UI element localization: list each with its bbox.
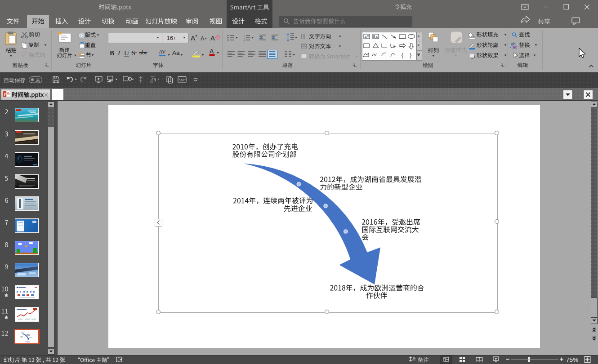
svg-text:B: B xyxy=(110,49,114,57)
svg-text:A: A xyxy=(365,35,367,39)
svg-text:{: { xyxy=(402,52,403,58)
svg-text:A: A xyxy=(210,48,214,55)
svg-text:A: A xyxy=(375,35,378,39)
svg-text:I: I xyxy=(117,49,120,57)
svg-text:A: A xyxy=(191,34,195,42)
svg-text:A: A xyxy=(210,34,215,42)
svg-text:ac: ac xyxy=(513,44,517,49)
svg-text:}: } xyxy=(410,52,411,58)
svg-text:Aa: Aa xyxy=(172,49,180,56)
svg-text:75%: 75% xyxy=(566,356,578,363)
svg-text:U: U xyxy=(124,49,129,57)
svg-text:AV: AV xyxy=(159,49,166,55)
svg-text:A: A xyxy=(201,36,205,42)
svg-text:16+: 16+ xyxy=(167,35,176,41)
